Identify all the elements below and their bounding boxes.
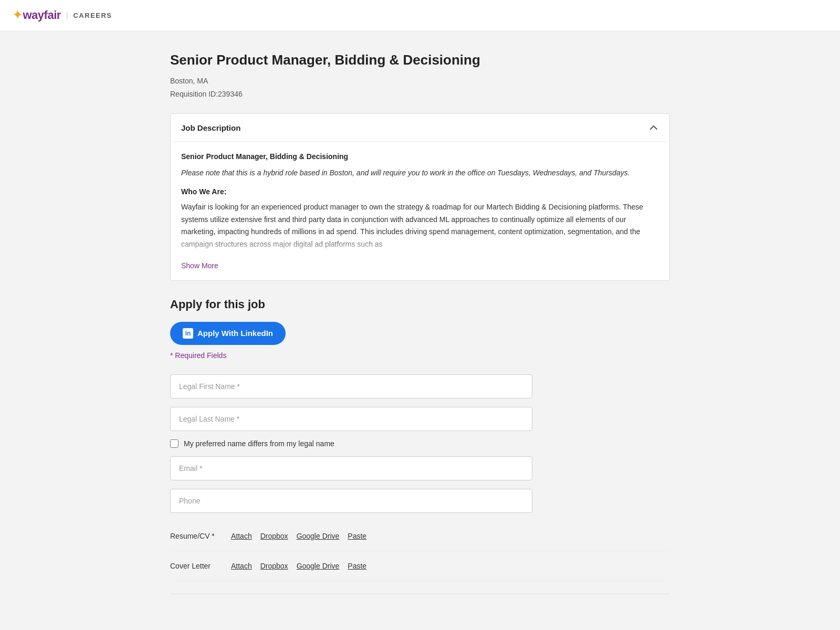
- cover-paste-button[interactable]: Paste: [348, 562, 366, 570]
- cover-attach-button[interactable]: Attach: [231, 562, 252, 570]
- resume-google-drive-button[interactable]: Google Drive: [297, 532, 340, 540]
- email-group: [170, 456, 670, 480]
- logo-divider: |: [66, 11, 68, 19]
- last-name-input[interactable]: [170, 407, 532, 431]
- who-we-are-label: Who We Are:: [181, 187, 659, 196]
- phone-input[interactable]: [170, 489, 532, 513]
- first-name-group: [170, 374, 670, 398]
- resume-attach-button[interactable]: Attach: [231, 532, 252, 540]
- preferred-name-label: My preferred name differs from my legal …: [184, 439, 334, 448]
- job-desc-title: Senior Product Manager, Bidding & Decisi…: [181, 152, 659, 161]
- cover-letter-row: Cover Letter Attach Dropbox Google Drive…: [170, 551, 670, 581]
- job-title: Senior Product Manager, Bidding & Decisi…: [170, 52, 670, 68]
- job-description-card: Job Description Senior Product Manager, …: [170, 113, 670, 281]
- resume-dropbox-button[interactable]: Dropbox: [260, 532, 288, 540]
- cover-google-drive-button[interactable]: Google Drive: [297, 562, 340, 570]
- main-content: Senior Product Manager, Bidding & Decisi…: [158, 31, 682, 626]
- logo-careers-text: CAREERS: [73, 12, 112, 19]
- resume-paste-button[interactable]: Paste: [348, 532, 366, 540]
- required-fields-note: * Required Fields: [170, 351, 670, 360]
- resume-label: Resume/CV *: [170, 532, 223, 540]
- site-header: ✦wayfair | CAREERS: [0, 0, 840, 31]
- preferred-name-row: My preferred name differs from my legal …: [170, 439, 670, 448]
- bottom-divider: [170, 594, 670, 594]
- email-input[interactable]: [170, 456, 532, 480]
- card-header-title: Job Description: [181, 123, 240, 132]
- wayfair-logo[interactable]: ✦wayfair: [13, 8, 61, 22]
- job-requisition: Requisition ID:239346: [170, 88, 670, 101]
- job-meta: Boston, MA Requisition ID:239346: [170, 75, 670, 101]
- phone-group: [170, 489, 670, 513]
- job-desc-note: Please note that this is a hybrid role b…: [181, 167, 659, 178]
- collapse-button[interactable]: [648, 122, 659, 133]
- card-body: Senior Product Manager, Bidding & Decisi…: [171, 142, 669, 280]
- apply-title: Apply for this job: [170, 298, 670, 311]
- linkedin-apply-button[interactable]: in Apply With LinkedIn: [170, 322, 286, 345]
- preferred-name-checkbox[interactable]: [170, 439, 178, 448]
- cover-dropbox-button[interactable]: Dropbox: [260, 562, 288, 570]
- logo-star-icon: ✦: [13, 8, 22, 22]
- first-name-input[interactable]: [170, 374, 532, 398]
- job-desc-body: Wayfair is looking for an experienced pr…: [181, 201, 659, 251]
- card-header: Job Description: [171, 114, 669, 142]
- linkedin-button-label: Apply With LinkedIn: [197, 329, 273, 338]
- job-location: Boston, MA: [170, 75, 670, 88]
- last-name-group: [170, 407, 670, 431]
- linkedin-icon: in: [183, 328, 193, 339]
- show-more-link[interactable]: Show More: [181, 261, 218, 270]
- resume-row: Resume/CV * Attach Dropbox Google Drive …: [170, 521, 670, 551]
- cover-letter-label: Cover Letter: [170, 562, 223, 570]
